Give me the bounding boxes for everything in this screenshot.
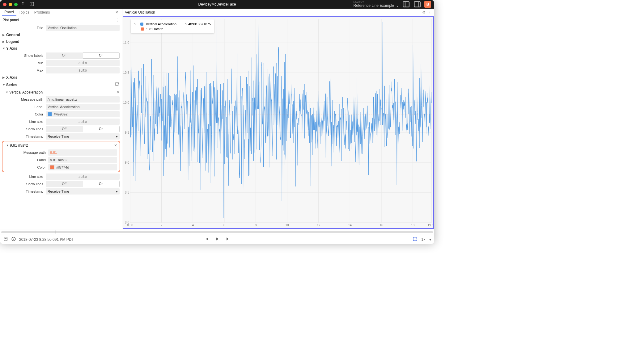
panel-menu-icon[interactable]: ⋮ [115, 18, 120, 22]
section-xaxis[interactable]: ▶X Axis [0, 74, 122, 81]
series2-showlines-toggle[interactable]: Off On [46, 181, 120, 187]
panel-name: Plot panel [2, 18, 19, 22]
skip-back-icon[interactable] [204, 236, 209, 242]
series2-color[interactable]: #f5774d [48, 164, 117, 170]
avatar[interactable]: B [424, 1, 431, 8]
svg-text:9.0: 9.0 [125, 161, 129, 164]
footer-timestamp: 2018-07-23 8:28:50.091 PM PDT [19, 237, 74, 242]
skip-forward-icon[interactable] [225, 236, 230, 242]
series1-showlines-toggle[interactable]: Off On [46, 126, 120, 132]
close-window[interactable] [3, 3, 6, 6]
minimize-window[interactable] [9, 3, 12, 6]
series2-msgpath[interactable]: 9.81 [48, 149, 117, 156]
title-label: Title [2, 26, 46, 30]
chevron-down-icon: ▾ [116, 189, 118, 194]
plot-menu-icon[interactable]: ⋮ [428, 10, 432, 15]
svg-text:14: 14 [348, 224, 352, 227]
legend-s1-value: 9.489013671875 [185, 22, 211, 26]
tab-panel[interactable]: Panel [2, 9, 16, 16]
section-legend[interactable]: ▶Legend [0, 38, 122, 45]
svg-text:19.19: 19.19 [427, 224, 433, 227]
yaxis-max-label: Max [2, 69, 46, 72]
title-input[interactable]: Vertical Oscillation [46, 25, 120, 31]
svg-text:9.5: 9.5 [125, 131, 129, 134]
svg-text:12: 12 [317, 224, 320, 227]
series1-label[interactable]: Vertical Acceleration [46, 104, 120, 110]
svg-text:10.0: 10.0 [123, 101, 129, 104]
section-yaxis[interactable]: ▼Y Axis [0, 45, 122, 52]
toggle-on[interactable]: On [83, 52, 120, 59]
sidebar-right-toggle-icon[interactable] [413, 1, 421, 8]
legend-swatch [141, 27, 144, 31]
series1-linesize[interactable]: auto [46, 119, 120, 125]
plot-panel: Vertical Oscillation ⚙ ⋮ ⤡ Vertical Acce… [122, 9, 434, 229]
svg-text:8.5: 8.5 [125, 191, 129, 194]
sidebar-left-toggle-icon[interactable] [402, 1, 410, 8]
chevron-down-icon[interactable]: ▾ [429, 237, 431, 242]
series1-header[interactable]: ▼ Vertical Acceleration ✕ [0, 89, 122, 96]
caret-right-icon: ▶ [2, 76, 6, 79]
svg-text:18: 18 [411, 224, 415, 227]
legend-swatch [140, 23, 143, 26]
caret-down-icon: ▼ [6, 91, 9, 94]
svg-point-51 [4, 237, 7, 238]
data-source-icon[interactable] [3, 236, 8, 242]
svg-point-3 [23, 3, 24, 4]
toggle-off[interactable]: Off [46, 52, 83, 59]
yaxis-min-input[interactable]: auto [46, 60, 120, 66]
svg-point-2 [22, 3, 23, 4]
plot-canvas[interactable]: ⤡ Vertical Acceleration 9.489013671875 9… [123, 16, 434, 229]
add-series-icon[interactable] [115, 82, 120, 88]
plot-title: Vertical Oscillation [125, 10, 155, 15]
delete-series-icon[interactable]: ✕ [114, 143, 117, 148]
tab-problems[interactable]: Problems [32, 9, 53, 16]
series1-msgpath[interactable]: /imu.linear_accel.z [46, 96, 120, 103]
svg-point-0 [22, 2, 23, 3]
settings-icon[interactable]: ⚙ [422, 10, 426, 15]
chevron-down-icon: ⌄ [396, 4, 399, 8]
yaxis-showlabels-toggle[interactable]: Off On [46, 52, 120, 59]
timeline-scrubber[interactable] [0, 229, 434, 235]
chart-svg: 8.08.59.09.510.010.511.00.00246810121416… [123, 17, 433, 228]
playback-speed[interactable]: 1× [421, 237, 426, 242]
yaxis-max-input[interactable]: auto [46, 67, 120, 73]
add-panel-icon[interactable] [29, 2, 34, 7]
legend-s1-name: Vertical Acceleration [146, 22, 183, 26]
svg-text:2: 2 [161, 224, 163, 227]
series2-header[interactable]: ▼ 9.81 m/s^2 ✕ [2, 142, 120, 149]
scrub-playhead[interactable] [56, 230, 56, 234]
svg-rect-9 [414, 2, 420, 7]
collapse-legend-icon[interactable]: ⤡ [134, 22, 137, 26]
series2-highlight: ▼ 9.81 m/s^2 ✕ Message path9.81 Label9.8… [2, 141, 120, 172]
section-series[interactable]: ▼Series [0, 81, 122, 89]
series1-timestamp[interactable]: Receive Time▾ [46, 133, 120, 140]
legend-s2-name: 9.81 m/s^2 [146, 27, 184, 31]
plot-legend: ⤡ Vertical Acceleration 9.489013671875 9… [131, 19, 214, 33]
caret-down-icon: ▼ [2, 47, 6, 50]
close-sidebar-icon[interactable]: ✕ [113, 10, 120, 15]
svg-point-54 [14, 238, 14, 238]
section-general[interactable]: ▶General [0, 31, 122, 38]
series2-label[interactable]: 9.81 m/s^2 [48, 157, 117, 163]
tab-topics[interactable]: Topics [16, 9, 32, 16]
caret-right-icon: ▶ [2, 40, 6, 43]
svg-text:0.00: 0.00 [127, 224, 133, 227]
svg-text:10.5: 10.5 [123, 71, 129, 74]
info-icon[interactable] [11, 236, 16, 242]
play-icon[interactable] [215, 236, 220, 242]
svg-text:11.0: 11.0 [123, 41, 129, 44]
caret-down-icon: ▼ [2, 83, 6, 86]
caret-down-icon: ▼ [6, 144, 9, 147]
svg-text:8: 8 [255, 224, 257, 227]
footer: 2018-07-23 8:28:50.091 PM PDT 1× ▾ [0, 235, 434, 244]
chevron-down-icon: ▾ [116, 134, 118, 139]
delete-series-icon[interactable]: ✕ [117, 90, 120, 94]
series2-linesize[interactable]: auto [46, 174, 120, 180]
series1-color[interactable]: #4e98e2 [46, 111, 120, 117]
loop-icon[interactable] [413, 236, 418, 242]
layout-selector[interactable]: LAYOUT Reference Line Example⌄ [354, 1, 399, 8]
maximize-window[interactable] [14, 3, 18, 6]
yaxis-min-label: Min [2, 61, 46, 65]
app-logo-icon[interactable] [21, 2, 26, 7]
series2-timestamp[interactable]: Receive Time▾ [46, 188, 120, 195]
